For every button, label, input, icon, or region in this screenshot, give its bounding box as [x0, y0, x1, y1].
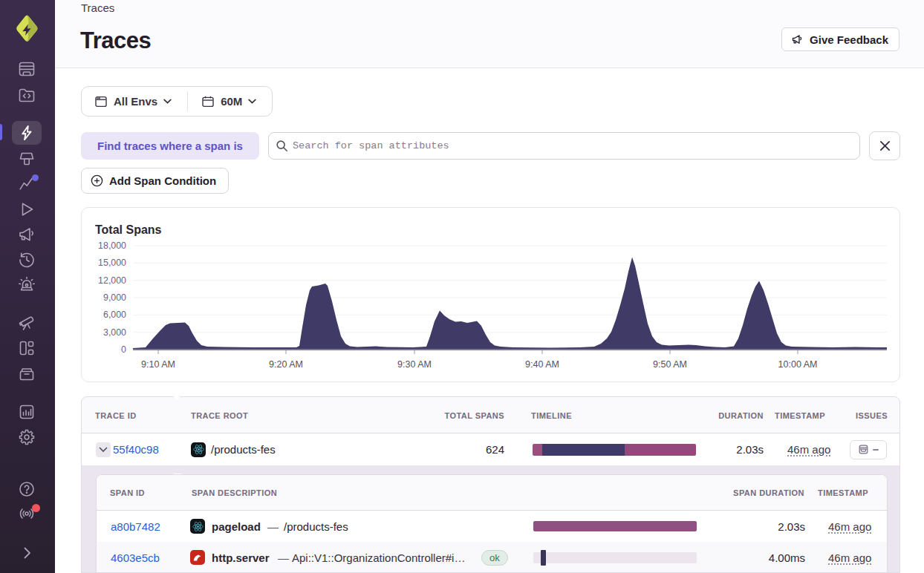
svg-text:9:20 AM: 9:20 AM — [269, 359, 303, 370]
svg-text:6,000: 6,000 — [103, 310, 126, 320]
svg-text:3,000: 3,000 — [103, 327, 126, 338]
svg-text:9:10 AM: 9:10 AM — [141, 359, 175, 370]
svg-text:0: 0 — [121, 344, 126, 355]
svg-text:9:50 AM: 9:50 AM — [653, 359, 687, 370]
svg-text:9,000: 9,000 — [103, 292, 126, 303]
svg-text:18,000: 18,000 — [98, 240, 126, 251]
svg-text:10:00 AM: 10:00 AM — [778, 359, 818, 370]
svg-text:9:30 AM: 9:30 AM — [397, 359, 432, 370]
svg-text:15,000: 15,000 — [98, 258, 126, 268]
svg-text:9:40 AM: 9:40 AM — [525, 359, 559, 370]
svg-text:12,000: 12,000 — [98, 275, 126, 286]
